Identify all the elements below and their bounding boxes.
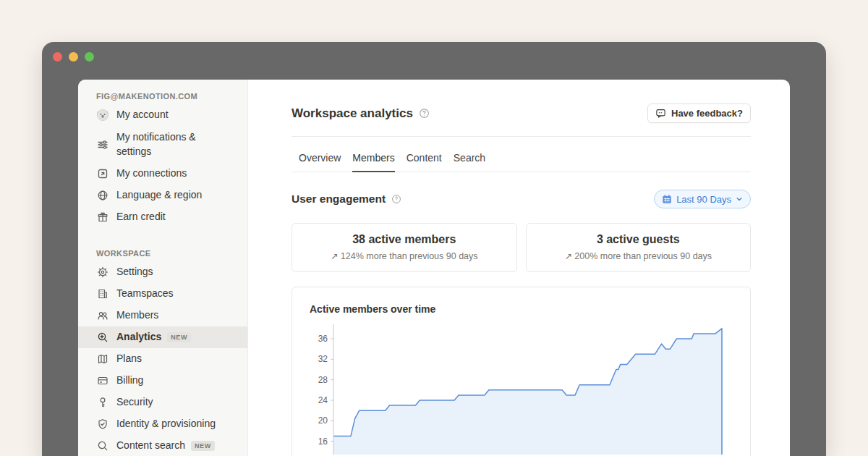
speech-bubble-icon <box>655 108 666 119</box>
sidebar-item-label: Language & region <box>116 188 202 203</box>
magnifier-icon <box>96 439 109 452</box>
minimize-window-button[interactable] <box>69 52 78 62</box>
date-range-label: Last 90 Days <box>676 194 731 205</box>
have-feedback-button[interactable]: Have feedback? <box>647 104 751 123</box>
chart-title: Active members over time <box>310 303 733 315</box>
window-controls <box>53 52 94 62</box>
new-badge: NEW <box>167 332 191 342</box>
sidebar-item-language-region[interactable]: Language & region <box>78 185 247 206</box>
sidebar-item-billing[interactable]: Billing <box>78 370 247 392</box>
magnifier-plus-icon <box>96 331 109 344</box>
tab-search[interactable]: Search <box>454 152 485 172</box>
map-icon <box>96 352 109 366</box>
svg-text:36: 36 <box>318 334 328 344</box>
chevron-down-icon <box>736 195 743 203</box>
header-divider <box>292 136 751 137</box>
sidebar-item-label: Analytics <box>116 330 161 345</box>
new-badge: NEW <box>191 441 215 451</box>
gift-icon <box>96 211 109 224</box>
help-icon[interactable] <box>419 108 430 119</box>
sidebar-item-analytics[interactable]: Analytics NEW <box>78 326 247 348</box>
tab-overview[interactable]: Overview <box>299 152 341 172</box>
sidebar-item-plans[interactable]: Plans <box>78 348 247 370</box>
svg-text:32: 32 <box>318 354 328 364</box>
sidebar-item-label: My account <box>116 108 169 122</box>
svg-text:16: 16 <box>318 436 328 447</box>
user-engagement-title: User engagement <box>292 193 386 206</box>
active-guests-delta: ↗ 200% more than previous 90 days <box>527 250 751 261</box>
arrow-square-icon <box>96 167 109 180</box>
tab-members[interactable]: Members <box>352 152 394 172</box>
avatar-koala-icon <box>96 109 109 122</box>
people-icon <box>96 309 109 322</box>
active-members-chart-card: Active members over time 162024283236 <box>292 287 751 456</box>
close-window-button[interactable] <box>53 52 62 62</box>
sidebar-item-content-search[interactable]: Content search NEW <box>78 435 247 456</box>
have-feedback-label: Have feedback? <box>671 108 743 119</box>
sidebar-item-label: Plans <box>116 352 142 366</box>
shield-check-icon <box>96 418 109 431</box>
svg-text:20: 20 <box>318 415 328 426</box>
active-members-delta: ↗ 124% more than previous 90 days <box>292 250 516 261</box>
credit-card-icon <box>96 374 109 387</box>
app-window: FIG@MAKENOTION.COM My account <box>42 42 826 456</box>
workspace-section-header: WORKSPACE <box>78 245 247 261</box>
sidebar-item-label: Earn credit <box>116 210 166 224</box>
active-members-stat-card: 38 active members ↗ 124% more than previ… <box>292 223 517 272</box>
sidebar-item-label: Teamspaces <box>116 287 174 301</box>
sidebar-item-label: Billing <box>116 373 143 388</box>
sidebar-item-my-account[interactable]: My account <box>78 104 247 126</box>
key-icon <box>96 396 109 409</box>
sidebar-item-settings[interactable]: Settings <box>78 261 247 283</box>
active-guests-value: 3 active guests <box>527 233 751 246</box>
sidebar-item-label: Content search <box>116 439 185 453</box>
globe-icon <box>96 189 109 202</box>
sidebar-item-label: Identity & provisioning <box>116 417 216 431</box>
gear-icon <box>96 266 109 279</box>
sidebar-item-label: My connections <box>116 166 187 181</box>
zoom-window-button[interactable] <box>85 52 94 62</box>
help-icon[interactable] <box>391 194 401 204</box>
analytics-tabs: Overview Members Content Search <box>292 152 751 172</box>
sidebar-item-members[interactable]: Members <box>78 305 247 326</box>
sidebar-item-label: Members <box>116 308 158 323</box>
calendar-icon <box>662 194 672 204</box>
svg-text:28: 28 <box>318 375 328 385</box>
tab-content[interactable]: Content <box>407 152 442 172</box>
sidebar-item-label: Settings <box>116 265 153 279</box>
settings-modal: FIG@MAKENOTION.COM My account <box>78 80 790 456</box>
active-members-value: 38 active members <box>292 233 516 246</box>
sidebar-item-earn-credit[interactable]: Earn credit <box>78 206 247 228</box>
account-section-header: FIG@MAKENOTION.COM <box>78 88 247 104</box>
sidebar-item-identity-provisioning[interactable]: Identity & provisioning <box>78 413 247 435</box>
sidebar-item-my-connections[interactable]: My connections <box>78 163 247 185</box>
sidebar-item-teamspaces[interactable]: Teamspaces <box>78 283 247 305</box>
building-icon <box>96 287 109 300</box>
settings-sidebar: FIG@MAKENOTION.COM My account <box>78 80 248 456</box>
page-title: Workspace analytics <box>292 106 413 121</box>
sliders-icon <box>96 138 109 151</box>
svg-text:24: 24 <box>318 395 328 405</box>
date-range-filter-button[interactable]: Last 90 Days <box>654 190 751 208</box>
sidebar-item-my-notifications-settings[interactable]: My notifications & settings <box>78 126 247 163</box>
sidebar-item-label: Security <box>116 395 153 410</box>
active-guests-stat-card: 3 active guests ↗ 200% more than previou… <box>526 223 752 272</box>
sidebar-item-label: My notifications & settings <box>116 130 225 159</box>
active-members-chart: 162024283236 <box>310 317 733 455</box>
sidebar-item-security[interactable]: Security <box>78 392 247 413</box>
analytics-main-panel: Workspace analytics <box>248 80 790 456</box>
